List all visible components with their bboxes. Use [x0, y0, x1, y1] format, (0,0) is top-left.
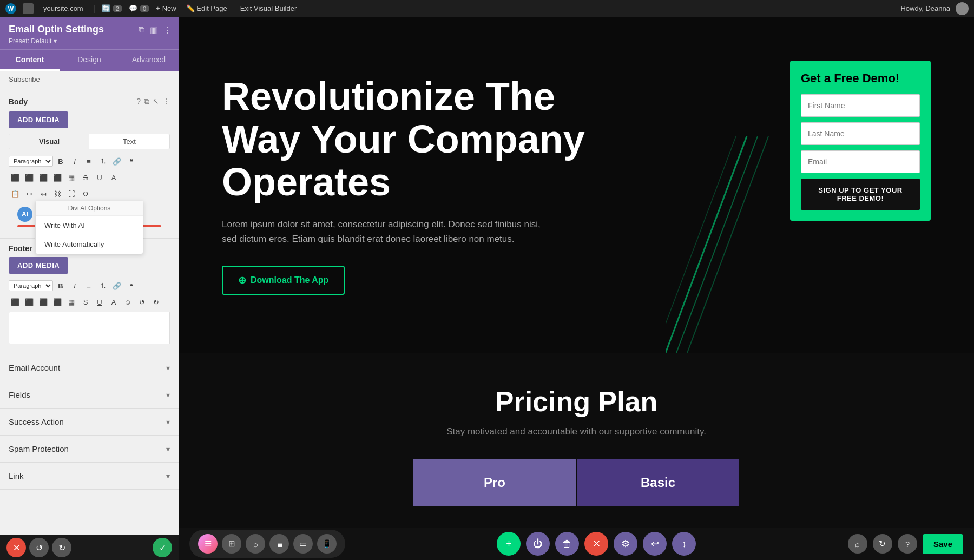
italic-button[interactable]: I — [68, 155, 81, 168]
footer-redo-button[interactable]: ↻ — [149, 295, 162, 308]
footer-align2-button[interactable]: ⬛ — [23, 295, 36, 308]
footer-table-button[interactable]: ▦ — [65, 295, 78, 308]
footer-ul-button[interactable]: ≡ — [82, 279, 95, 292]
layout-icon[interactable]: ▥ — [150, 25, 158, 35]
exit-builder-link[interactable]: Exit Visual Builder — [237, 4, 300, 12]
special-chars-button[interactable]: Ω — [79, 187, 92, 200]
demo-submit-button[interactable]: SIGN UP TO GET YOUR FREE DEMO! — [801, 179, 920, 210]
body-more-icon[interactable]: ⋮ — [162, 97, 170, 106]
blockquote-button[interactable]: ❝ — [124, 155, 137, 168]
save-button[interactable]: Save — [923, 534, 963, 554]
footer-link-button[interactable]: 🔗 — [110, 279, 123, 292]
underline-button[interactable]: U — [93, 171, 106, 184]
user-avatar[interactable] — [956, 2, 969, 15]
builder-power-button[interactable]: ⏻ — [526, 532, 550, 556]
footer-undo-button[interactable]: ↺ — [135, 295, 148, 308]
builder-trash-button[interactable]: 🗑 — [555, 532, 579, 556]
cancel-button[interactable]: ✕ — [6, 538, 26, 557]
unordered-list-button[interactable]: ≡ — [82, 155, 95, 168]
builder-grid-button[interactable]: ⊞ — [222, 534, 241, 554]
panel-preset[interactable]: Preset: Default ▾ — [9, 37, 170, 45]
help-icon[interactable]: ? — [136, 97, 141, 106]
last-name-input[interactable] — [801, 122, 920, 145]
footer-strike-button[interactable]: S — [79, 295, 92, 308]
site-url-link[interactable]: yoursite.com — [40, 4, 87, 12]
unlink-button[interactable]: ⛓ — [51, 187, 64, 200]
tab-content[interactable]: Content — [0, 50, 60, 71]
bold-button[interactable]: B — [54, 155, 67, 168]
align-left-button[interactable]: ⬛ — [9, 171, 22, 184]
builder-add-button[interactable]: + — [497, 532, 521, 556]
footer-underline-button[interactable]: U — [93, 295, 106, 308]
success-action-section[interactable]: Success Action ▾ — [0, 409, 179, 436]
site-logo-icon[interactable] — [23, 3, 34, 14]
fullscreen-button[interactable]: ⛶ — [65, 187, 78, 200]
link-button[interactable]: 🔗 — [110, 155, 123, 168]
copy-icon[interactable]: ⧉ — [144, 97, 149, 106]
indent-button[interactable]: ↦ — [23, 187, 36, 200]
email-account-section[interactable]: Email Account ▾ — [0, 354, 179, 381]
link-section[interactable]: Link ▾ — [0, 463, 179, 490]
fields-section[interactable]: Fields ▾ — [0, 381, 179, 409]
pricing-card-pro: Pro — [413, 459, 576, 506]
builder-gear-button[interactable]: ⚙ — [614, 532, 637, 556]
footer-align3-button[interactable]: ⬛ — [37, 295, 50, 308]
builder-search2-button[interactable]: ⌕ — [848, 534, 867, 554]
builder-tablet-button[interactable]: ▭ — [293, 534, 313, 554]
body-add-media-button[interactable]: ADD MEDIA — [9, 111, 68, 128]
table-button[interactable]: ▦ — [65, 171, 78, 184]
footer-bold-button[interactable]: B — [54, 279, 67, 292]
email-input[interactable] — [801, 150, 920, 173]
footer-add-media-button[interactable]: ADD MEDIA — [9, 257, 68, 274]
redo-button[interactable]: ↻ — [52, 538, 71, 557]
footer-italic-button[interactable]: I — [68, 279, 81, 292]
builder-refresh-button[interactable]: ↻ — [873, 534, 892, 554]
outdent-button[interactable]: ↤ — [37, 187, 50, 200]
footer-text-editor[interactable] — [9, 312, 170, 344]
write-with-ai-option[interactable]: Write With AI — [36, 216, 143, 235]
tab-advanced[interactable]: Advanced — [119, 50, 179, 71]
tab-design[interactable]: Design — [60, 50, 119, 71]
new-post-button[interactable]: + New — [156, 4, 176, 12]
builder-close-button[interactable]: ✕ — [584, 532, 608, 556]
align-center-button[interactable]: ⬛ — [23, 171, 36, 184]
footer-fontcolor-button[interactable]: A — [107, 295, 120, 308]
builder-search-button[interactable]: ⌕ — [246, 534, 265, 554]
text-tab[interactable]: Text — [89, 134, 169, 149]
spam-protection-section[interactable]: Spam Protection ▾ — [0, 436, 179, 463]
wordpress-logo[interactable]: W — [5, 3, 16, 14]
more-options-icon[interactable]: ⋮ — [163, 25, 172, 35]
footer-ol-button[interactable]: ⒈ — [96, 279, 109, 292]
builder-sort-button[interactable]: ↕ — [672, 532, 696, 556]
ordered-list-button[interactable]: ⒈ — [96, 155, 109, 168]
cursor-icon[interactable]: ↖ — [153, 97, 159, 106]
confirm-button[interactable]: ✓ — [153, 538, 172, 557]
builder-mobile-button[interactable]: 📱 — [317, 534, 337, 554]
visual-tab[interactable]: Visual — [9, 134, 89, 149]
hero-cta-button[interactable]: ⊕ Download The App — [222, 266, 345, 295]
footer-emoji-button[interactable]: ☺ — [121, 295, 134, 308]
write-automatically-option[interactable]: Write Automatically — [36, 235, 143, 254]
paragraph-select[interactable]: Paragraph — [9, 156, 53, 167]
pricing-title: Pricing Plan — [222, 385, 931, 418]
builder-desktop-button[interactable]: 🖥 — [269, 534, 289, 554]
footer-align4-button[interactable]: ⬛ — [51, 295, 64, 308]
align-right-button[interactable]: ⬛ — [37, 171, 50, 184]
builder-menu-button[interactable]: ☰ — [198, 534, 218, 554]
footer-paragraph-select[interactable]: Paragraph — [9, 280, 53, 291]
footer-align1-button[interactable]: ⬛ — [9, 295, 22, 308]
font-color-button[interactable]: A — [107, 171, 120, 184]
edit-page-link[interactable]: ✏️ Edit Page — [183, 4, 231, 12]
first-name-input[interactable] — [801, 94, 920, 117]
ai-icon-button[interactable]: AI — [17, 207, 32, 222]
comments-counter[interactable]: 💬 0 — [129, 4, 149, 12]
duplicate-icon[interactable]: ⧉ — [139, 25, 144, 35]
footer-quote-button[interactable]: ❝ — [124, 279, 137, 292]
builder-help-button[interactable]: ? — [898, 534, 917, 554]
align-justify-button[interactable]: ⬛ — [51, 171, 64, 184]
paste-button[interactable]: 📋 — [9, 187, 22, 200]
strikethrough-button[interactable]: S — [79, 171, 92, 184]
builder-history-button[interactable]: ↩ — [643, 532, 667, 556]
undo-button[interactable]: ↺ — [29, 538, 49, 557]
updates-counter[interactable]: 🔄 2 — [102, 4, 122, 12]
